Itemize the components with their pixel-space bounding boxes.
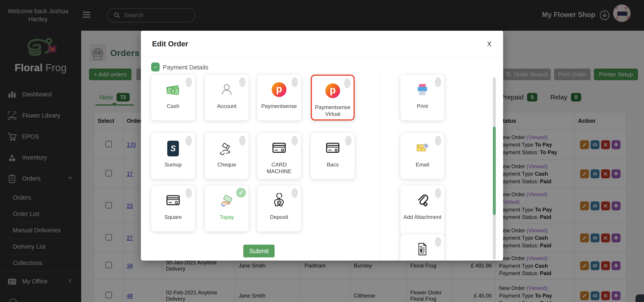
- modal-scrollbar-track[interactable]: [493, 77, 496, 260]
- paymentsense-icon: p: [312, 83, 354, 98]
- app-screen: Welcome back Joshua Hartley Search My Fl…: [0, 0, 644, 302]
- sumup-icon: S: [151, 141, 195, 156]
- submit-button[interactable]: Submit: [243, 245, 274, 257]
- paymentsense-logo-icon: p: [325, 83, 340, 98]
- payment-tile-card-machine[interactable]: CARD MACHINE: [257, 133, 301, 179]
- payment-label: Email: [402, 161, 443, 168]
- payment-tile-square[interactable]: Square: [151, 186, 195, 231]
- card-icon: [311, 141, 355, 155]
- payment-tile-sumup[interactable]: SSumup: [151, 133, 195, 179]
- card-icon: [151, 193, 195, 207]
- payment-label: Deposit: [258, 214, 300, 220]
- edit-order-modal: Edit Order X - Payment Details $CashAcco…: [141, 31, 503, 260]
- document-icon: [400, 242, 444, 256]
- payment-label: Paymentsense: [258, 103, 300, 109]
- payment-tile-paymentsense-virtual[interactable]: pPaymentsense Virtual: [311, 75, 355, 120]
- topay-icon: [205, 193, 249, 209]
- cheque-icon: [205, 141, 249, 156]
- payment-tile-cheque[interactable]: Cheque: [205, 133, 249, 179]
- payment-label: CARD MACHINE: [258, 161, 300, 175]
- email-icon: [400, 141, 444, 155]
- payment-label: Account: [206, 103, 247, 109]
- payment-tile-deposit[interactable]: €Deposit: [257, 186, 301, 231]
- payment-tile-cash[interactable]: $Cash: [151, 75, 195, 120]
- payment-tile-bacs[interactable]: Bacs: [311, 133, 355, 179]
- modal-scrollbar-thumb[interactable]: [493, 126, 496, 215]
- payment-label: Square: [152, 214, 194, 220]
- paymentsense-icon: p: [257, 82, 301, 97]
- payment-tile-print[interactable]: Print: [400, 75, 444, 120]
- close-icon[interactable]: X: [487, 40, 492, 48]
- payment-label: Cash: [152, 103, 194, 109]
- payment-tile-hidden[interactable]: [400, 234, 444, 260]
- payment-label: Add Attachment: [402, 214, 443, 220]
- payment-label: Topay: [206, 214, 247, 220]
- payment-label: Cheque: [206, 161, 247, 168]
- collapse-section-button[interactable]: -: [151, 63, 160, 71]
- paymentsense-logo-icon: p: [272, 82, 286, 97]
- account-icon: [205, 82, 249, 97]
- payment-tile-add-attachment[interactable]: Add Attachment: [400, 186, 444, 236]
- section-label: Payment Details: [163, 64, 208, 71]
- payment-label: Paymentsense Virtual: [313, 104, 352, 117]
- svg-text:€: €: [278, 201, 280, 205]
- divider: [380, 75, 380, 260]
- divider: [141, 57, 503, 57]
- card-icon: [257, 141, 301, 155]
- payment-label: Sumup: [152, 161, 194, 168]
- payment-label: Bacs: [312, 161, 353, 168]
- payment-label: Print: [402, 103, 443, 109]
- payment-tile-email[interactable]: Email: [400, 133, 444, 179]
- sumup-logo-icon: S: [167, 141, 179, 156]
- print-icon: [400, 82, 444, 97]
- payment-tile-account[interactable]: Account: [205, 75, 249, 120]
- payment-tile-topay[interactable]: ✓Topay: [205, 186, 249, 231]
- payment-tile-paymentsense[interactable]: pPaymentsense: [257, 75, 301, 120]
- modal-title: Edit Order: [152, 40, 188, 48]
- deposit-icon: €: [257, 193, 301, 208]
- attachment-icon: [400, 193, 444, 208]
- cash-icon: $: [151, 82, 195, 97]
